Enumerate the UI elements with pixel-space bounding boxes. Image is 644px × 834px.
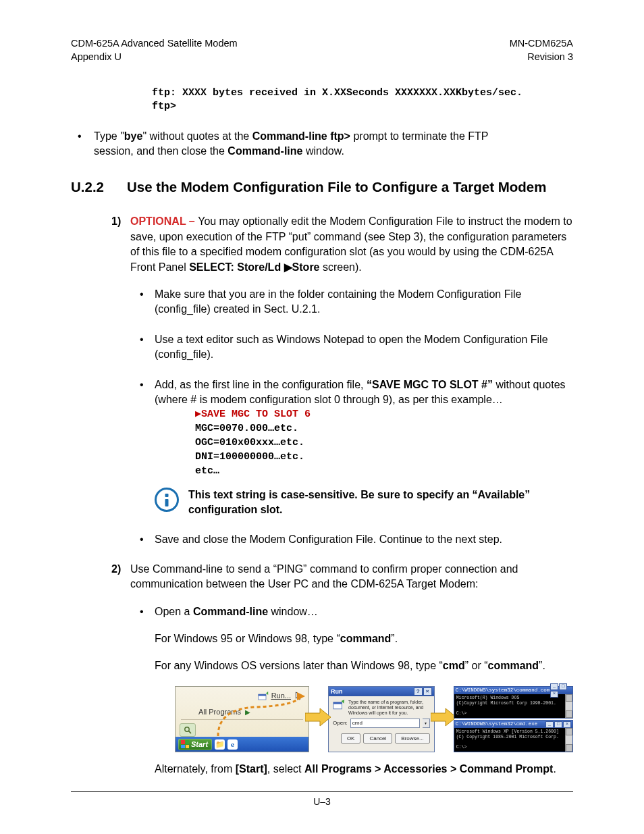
doc-title: CDM-625A Advanced Satellite Modem (71, 37, 238, 51)
step1-sub3: Add, as the first line in the configurat… (134, 377, 573, 517)
save-mgc-example: ▶SAVE MGC TO SLOT 6 MGC=0070.000…etc. OG… (195, 407, 573, 478)
menu-separator (181, 719, 303, 720)
bullet-type-bye: Type "bye" without quotes at the Command… (71, 129, 503, 159)
step1-sub2: Use a text editor such as Windows Notepa… (134, 332, 573, 363)
arrow-2 (435, 707, 454, 731)
ok-button[interactable]: OK (341, 733, 361, 744)
cursor-icon (294, 692, 304, 700)
min-button[interactable]: _ (550, 683, 558, 690)
info-icon (155, 488, 179, 512)
page-footer: U–3 (71, 791, 573, 807)
run-message: Type the name of a program, folder, docu… (348, 700, 430, 716)
step2-sub1: Open a Command-line window… For Windows … (134, 604, 573, 777)
arrow-1 (309, 707, 328, 731)
browse-button[interactable]: Browse... (395, 733, 429, 744)
section-heading: U.2.2 Use the Modem Configuration File t… (71, 179, 573, 195)
svg-rect-1 (258, 694, 265, 696)
winlater-instruction: For any Windows OS versions later than W… (155, 658, 573, 673)
console-stack: C:\WINDOWS\system32\command.com_□× Micro… (454, 686, 573, 752)
step-1: 1) OPTIONAL – You may optionally edit th… (111, 214, 573, 546)
open-label: Open: (333, 719, 348, 727)
close-button[interactable]: × (563, 721, 571, 728)
ftp-output-block: ftp: XXXX bytes received in X.XXSeconds … (152, 86, 573, 114)
step1-sublist: Make sure that you are in the folder con… (134, 287, 573, 547)
max-button[interactable]: □ (559, 683, 567, 690)
close-button[interactable]: × (550, 691, 558, 698)
section-title: Use the Modem Configuration File to Conf… (127, 179, 546, 195)
console-command: C:\WINDOWS\system32\command.com_□× Micro… (454, 686, 573, 719)
close-button[interactable]: × (423, 687, 432, 696)
submenu-arrow-icon: ▶ (245, 708, 250, 717)
note-row: This text string is case-sensitive. Be s… (155, 488, 573, 517)
search-icon[interactable] (180, 723, 196, 737)
note-text: This text string is case-sensitive. Be s… (188, 488, 573, 517)
taskbar: Start 📁 e (176, 737, 308, 752)
max-button[interactable]: □ (554, 721, 562, 728)
doc-number: MN-CDM625A (510, 37, 573, 51)
min-button[interactable]: _ (545, 721, 554, 728)
steps-list: 1) OPTIONAL – You may optionally edit th… (111, 214, 573, 777)
run-dialog: Run ?× Type the name of a program, folde… (328, 686, 435, 752)
step-2: 2) Use Command-line to send a “PING” com… (111, 562, 573, 777)
step2-sublist: Open a Command-line window… For Windows … (134, 604, 573, 777)
svg-point-2 (185, 727, 189, 731)
bullet-list-top: Type "bye" without quotes at the Command… (71, 129, 503, 159)
all-programs-item[interactable]: All Programs ▶ (198, 707, 250, 717)
run-dialog-icon (333, 700, 345, 710)
cancel-button[interactable]: Cancel (363, 733, 392, 744)
page-number: U–3 (313, 796, 331, 807)
scrollbar[interactable] (565, 728, 572, 752)
win95-instruction: For Windows 95 or Windows 98, type “comm… (155, 631, 573, 646)
ie-icon[interactable]: e (227, 739, 238, 750)
run-titlebar: Run ?× (329, 687, 434, 696)
scrollbar[interactable] (565, 694, 572, 718)
svg-rect-5 (333, 702, 342, 704)
step1-sub4: Save and close the Modem Configuration F… (134, 532, 573, 547)
search-row (180, 723, 304, 735)
page-header: CDM-625A Advanced Satellite Modem Append… (71, 37, 573, 63)
svg-line-3 (188, 731, 191, 733)
run-menu-item[interactable]: Run... (258, 691, 304, 701)
alt-instruction: Alternately, from [Start], select All Pr… (155, 762, 573, 777)
help-button[interactable]: ? (414, 687, 423, 696)
revision: Revision 3 (510, 51, 573, 64)
start-menu-mock: Run... All Programs ▶ (175, 686, 309, 752)
run-cmd-figure: Run... All Programs ▶ (175, 686, 573, 752)
run-icon (258, 692, 269, 700)
start-button[interactable]: Start (178, 739, 212, 750)
open-dropdown-button[interactable]: ▾ (423, 719, 430, 728)
quicklaunch-icon[interactable]: 📁 (215, 739, 225, 750)
console-cmd: C:\WINDOWS\system32\cmd.exe_□× Microsoft… (454, 720, 573, 752)
optional-label: OPTIONAL – (130, 215, 198, 227)
open-field[interactable]: cmd (350, 719, 420, 728)
windows-logo-icon (181, 740, 189, 748)
section-number: U.2.2 (71, 179, 104, 195)
appendix-label: Appendix U (71, 51, 238, 64)
step1-sub1: Make sure that you are in the folder con… (134, 287, 573, 317)
